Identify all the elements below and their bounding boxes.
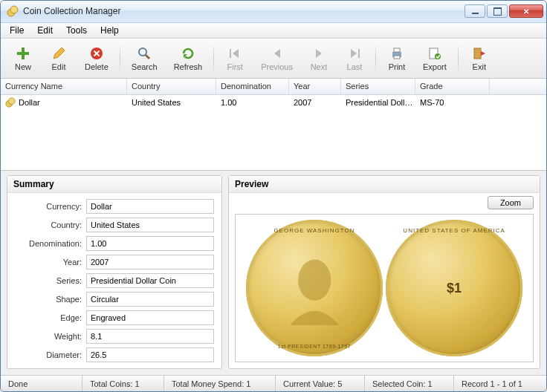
val-country[interactable]: United States	[86, 218, 214, 232]
summary-panel: Summary Currency: Dollar Country: United…	[7, 175, 222, 369]
col-grade[interactable]: Grade	[415, 79, 490, 94]
lbl-currency: Currency:	[15, 202, 82, 211]
obverse-top-text: GEORGE WASHINGTON	[246, 227, 383, 234]
minimize-button[interactable]	[465, 4, 485, 18]
last-icon	[347, 46, 362, 61]
val-weight[interactable]: 8.1	[86, 329, 214, 344]
menu-help[interactable]: Help	[94, 23, 125, 38]
delete-button[interactable]: Delete	[77, 42, 117, 76]
cell-denomination: 1.00	[216, 97, 289, 108]
status-record: Record 1 - 1 of 1	[454, 376, 546, 391]
delete-label: Delete	[85, 62, 109, 71]
reverse-top-text: UNITED STATES OF AMERICA	[386, 227, 522, 234]
summary-body: Currency: Dollar Country: United States …	[7, 193, 221, 368]
next-button[interactable]: Next	[301, 42, 337, 76]
new-button[interactable]: New	[5, 42, 41, 76]
refresh-button[interactable]: Refresh	[166, 42, 211, 76]
col-series[interactable]: Series	[341, 79, 415, 94]
coin-reverse-image: UNITED STATES OF AMERICA $1	[386, 220, 522, 356]
data-grid[interactable]: Currency Name Country Denomination Year …	[1, 79, 546, 172]
obverse-bottom-text: 1st PRESIDENT 1789-1797	[246, 344, 383, 349]
cell-year: 2007	[289, 97, 341, 108]
print-label: Print	[389, 62, 406, 71]
last-label: Last	[347, 62, 363, 71]
preview-toolbar: Zoom	[229, 193, 540, 212]
grid-header: Currency Name Country Denomination Year …	[1, 79, 546, 95]
zoom-button[interactable]: Zoom	[488, 196, 534, 209]
previous-icon	[270, 46, 285, 61]
toolbar-separator	[375, 44, 376, 74]
export-label: Export	[423, 62, 447, 71]
lbl-year: Year:	[15, 258, 82, 267]
val-edge[interactable]: Engraved	[86, 310, 214, 325]
refresh-icon	[181, 46, 195, 61]
exit-label: Exit	[473, 62, 486, 71]
col-denomination[interactable]: Denomination	[216, 79, 289, 94]
lbl-weight: Weight:	[15, 332, 82, 341]
svg-point-1	[10, 6, 18, 13]
maximize-button[interactable]	[487, 4, 508, 18]
toolbar-separator	[213, 44, 214, 74]
svg-rect-13	[394, 56, 400, 59]
svg-rect-12	[394, 48, 400, 52]
menu-edit[interactable]: Edit	[31, 23, 59, 38]
svg-rect-10	[358, 49, 360, 58]
lbl-denomination: Denomination:	[15, 239, 82, 248]
close-button[interactable]: ✕	[509, 4, 543, 18]
statusbar: Done Total Coins: 1 Total Money Spend: 1…	[1, 375, 546, 391]
pencil-icon	[51, 46, 66, 61]
status-total-coins: Total Coins: 1	[82, 376, 164, 391]
portrait-icon	[274, 247, 356, 330]
lbl-country: Country:	[15, 220, 82, 229]
table-row[interactable]: Dollar United States 1.00 2007 President…	[1, 95, 546, 110]
val-year[interactable]: 2007	[86, 255, 214, 270]
lbl-edge: Edge:	[15, 313, 82, 322]
val-denomination[interactable]: 1.00	[86, 236, 214, 251]
lbl-shape: Shape:	[15, 295, 82, 304]
col-country[interactable]: Country	[127, 79, 216, 94]
val-shape[interactable]: Circular	[86, 292, 214, 307]
exit-button[interactable]: Exit	[462, 42, 497, 76]
first-button[interactable]: First	[217, 42, 253, 76]
status-done: Done	[1, 376, 82, 391]
refresh-label: Refresh	[174, 62, 203, 71]
next-label: Next	[311, 62, 328, 71]
search-button[interactable]: Search	[123, 42, 166, 76]
coin-obverse-image: GEORGE WASHINGTON 1st PRESIDENT 1789-179…	[246, 220, 383, 356]
menu-tools[interactable]: Tools	[60, 23, 93, 38]
delete-icon	[89, 46, 104, 61]
val-diameter[interactable]: 26.5	[86, 347, 214, 362]
status-total-money: Total Money Spend: 1	[164, 376, 276, 391]
status-current-value: Current Value: 5	[276, 376, 365, 391]
val-currency[interactable]: Dollar	[86, 199, 214, 214]
window-controls: ✕	[465, 4, 543, 18]
edit-button[interactable]: Edit	[41, 42, 77, 76]
first-icon	[227, 46, 242, 61]
col-year[interactable]: Year	[289, 79, 341, 94]
export-button[interactable]: Export	[415, 42, 455, 76]
last-button[interactable]: Last	[337, 42, 372, 76]
val-series[interactable]: Presidential Dollar Coin	[86, 273, 214, 288]
menu-file[interactable]: File	[4, 23, 30, 38]
svg-line-8	[146, 55, 149, 59]
edit-label: Edit	[52, 62, 66, 71]
new-label: New	[15, 62, 31, 71]
menubar: File Edit Tools Help	[1, 23, 546, 39]
window-title: Coin Collection Manager	[23, 6, 465, 16]
panels: Summary Currency: Dollar Country: United…	[1, 171, 546, 375]
export-icon	[427, 46, 442, 61]
cell-currency-name: Dollar	[1, 96, 127, 109]
titlebar: Coin Collection Manager ✕	[1, 1, 546, 23]
plus-icon	[16, 46, 30, 61]
svg-point-18	[8, 98, 15, 105]
exit-icon	[472, 46, 487, 61]
col-currency-name[interactable]: Currency Name	[1, 79, 127, 94]
previous-label: Previous	[261, 62, 293, 71]
status-selected-coin: Selected Coin: 1	[365, 376, 454, 391]
lbl-diameter: Diameter:	[15, 350, 82, 359]
app-icon	[7, 5, 19, 17]
print-button[interactable]: Print	[379, 42, 415, 76]
svg-point-7	[139, 48, 146, 56]
summary-title: Summary	[7, 176, 221, 193]
previous-button[interactable]: Previous	[253, 42, 301, 76]
